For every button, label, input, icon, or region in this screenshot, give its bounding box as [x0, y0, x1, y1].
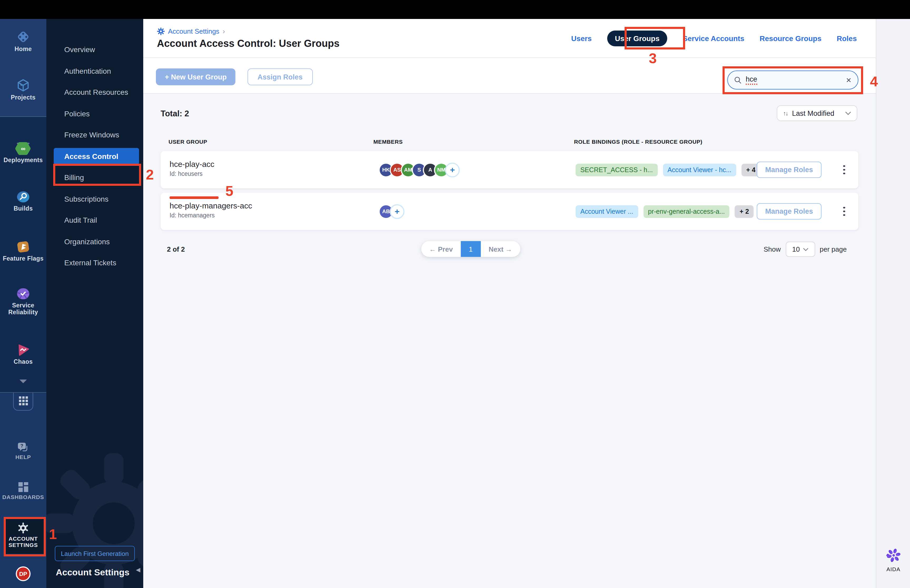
settings-menu-item-external-tickets[interactable]: External Tickets [46, 252, 143, 273]
new-user-group-button[interactable]: + New User Group [156, 68, 236, 85]
breadcrumb-separator: › [223, 27, 225, 35]
user-avatar[interactable]: DP [16, 566, 31, 581]
settings-menu-item-policies[interactable]: Policies [46, 103, 143, 124]
manage-roles-button[interactable]: Manage Roles [757, 203, 821, 220]
column-header-members: MEMBERS [373, 139, 403, 145]
row-menu-icon[interactable] [839, 151, 849, 189]
user-group-row-hce-play-managers-acc[interactable]: hce-play-managers-accId: hcemanagersAB+A… [161, 193, 858, 230]
manage-roles-button[interactable]: Manage Roles [757, 162, 821, 178]
aida-icon[interactable] [886, 548, 901, 563]
per-page-label: per page [819, 245, 847, 253]
members-cell: HKASAMSANM+ [379, 151, 460, 189]
page-size-dropdown[interactable]: 10 [786, 242, 815, 257]
sidebar-item-label: Chaos [0, 359, 46, 365]
role-binding-chip[interactable]: Account Viewer ... [575, 205, 638, 218]
settings-sidebar: OverviewAuthenticationAccount ResourcesP… [46, 19, 143, 588]
settings-menu-item-overview[interactable]: Overview [46, 39, 143, 60]
sidebar-item-label: Builds [0, 205, 46, 212]
settings-menu-item-label: Authentication [64, 67, 111, 75]
settings-menu-item-subscriptions[interactable]: Subscriptions [46, 188, 143, 210]
settings-menu-item-label: External Tickets [64, 259, 116, 267]
sidebar-item-chaos[interactable]: Chaos [0, 343, 46, 365]
module-collapse-chevron[interactable] [0, 379, 46, 384]
current-page-button[interactable]: 1 [461, 241, 481, 257]
next-page-button[interactable]: Next → [481, 241, 520, 257]
sidebar-item-projects[interactable]: Projects [0, 78, 46, 100]
annotation-underline-5 [170, 196, 218, 199]
breadcrumb-label[interactable]: Account Settings [168, 27, 219, 35]
tab-users[interactable]: Users [571, 34, 592, 43]
aida-label: AIDA [876, 566, 910, 572]
sort-dropdown[interactable]: ↑↓ Last Modified [777, 105, 857, 121]
sidebar-item-home[interactable]: Home [0, 29, 46, 52]
breadcrumb[interactable]: Account Settings › [157, 27, 225, 35]
app-launcher-dock[interactable] [13, 393, 33, 410]
collapse-sidebar-icon[interactable]: ◀ [136, 566, 141, 573]
annotation-box-2 [53, 164, 141, 186]
builds-icon [16, 189, 31, 204]
row-menu-icon[interactable] [839, 193, 849, 230]
settings-sidebar-title: Account Settings [56, 567, 129, 578]
role-binding-chip[interactable]: SECRET_ACCESS - h... [575, 163, 658, 176]
sidebar-item-help[interactable]: ? HELP [0, 442, 46, 460]
role-binding-chip[interactable]: Account Viewer - hc... [663, 163, 736, 176]
feature-flags-icon [16, 239, 31, 254]
help-icon: ? [17, 442, 29, 453]
settings-menu-item-label: Audit Trail [64, 216, 97, 225]
settings-menu-item-authentication[interactable]: Authentication [46, 60, 143, 82]
svg-text:∞: ∞ [21, 145, 25, 152]
settings-menu-item-account-resources[interactable]: Account Resources [46, 82, 143, 103]
total-count: Total: 2 [161, 109, 189, 118]
user-group-name[interactable]: hce-play-acc [170, 160, 214, 168]
svg-text:?: ? [21, 443, 23, 449]
prev-page-button[interactable]: ← Prev [421, 241, 461, 257]
sidebar-item-label: Feature Flags [0, 255, 46, 262]
dashboards-icon [18, 482, 28, 492]
page-size-control: Show 10 per page [764, 242, 847, 257]
right-panel: AIDA [876, 19, 910, 588]
sidebar-item-label: Deployments [0, 157, 46, 163]
annotation-number-5: 5 [225, 183, 233, 200]
sidebar-item-dashboards[interactable]: DASHBOARDS [0, 482, 46, 500]
settings-menu-item-audit-trail[interactable]: Audit Trail [46, 210, 143, 231]
chaos-icon [15, 343, 31, 357]
sidebar-item-label: Projects [0, 94, 46, 100]
user-group-row-hce-play-acc[interactable]: hce-play-accId: hceusersHKASAMSANM+SECRE… [161, 151, 858, 189]
user-group-name[interactable]: hce-play-managers-acc [170, 201, 252, 210]
role-binding-chip[interactable]: + 2 [735, 205, 753, 218]
projects-icon [16, 78, 31, 93]
sidebar-item-feature-flags[interactable]: Feature Flags [0, 239, 46, 262]
role-bindings-cell: Account Viewer ...pr-env-general-access-… [575, 193, 753, 230]
sidebar-item-builds[interactable]: Builds [0, 189, 46, 212]
sidebar-item-service-reliability[interactable]: Service Reliability [0, 286, 46, 316]
column-header-user-group: USER GROUP [168, 139, 207, 145]
chevron-down-icon [19, 379, 27, 384]
sort-value: Last Modified [792, 109, 834, 117]
tab-service-accounts[interactable]: Service Accounts [683, 34, 744, 43]
user-group-id: Id: hcemanagers [170, 212, 215, 218]
assign-roles-button[interactable]: Assign Roles [247, 68, 312, 85]
sidebar-item-label: Home [0, 46, 46, 52]
pagination-range: 2 of 2 [167, 245, 185, 253]
module-sidebar: Home Projects ∞ Deployments [0, 19, 46, 588]
header-divider [143, 57, 876, 58]
tab-resource-groups[interactable]: Resource Groups [760, 34, 821, 43]
settings-menu-item-label: Access Control [64, 152, 118, 161]
add-member-button[interactable]: + [390, 204, 404, 219]
column-header-role-bindings: ROLE BINDINGS (ROLE - RESOURCE GROUP) [574, 139, 703, 145]
annotation-number-3: 3 [649, 50, 657, 67]
tab-roles[interactable]: Roles [837, 34, 857, 43]
launch-first-generation-button[interactable]: Launch First Generation [55, 546, 135, 561]
add-member-button[interactable]: + [445, 162, 460, 177]
settings-menu-item-organizations[interactable]: Organizations [46, 231, 143, 252]
chevron-down-icon [803, 248, 808, 251]
settings-menu-item-label: Organizations [64, 237, 110, 246]
settings-menu: OverviewAuthenticationAccount ResourcesP… [46, 39, 143, 273]
annotation-number-1: 1 [49, 527, 57, 543]
sidebar-item-deployments[interactable]: ∞ Deployments [0, 141, 46, 163]
settings-menu-item-freeze-windows[interactable]: Freeze Windows [46, 124, 143, 145]
sidebar-item-label: HELP [0, 454, 46, 460]
role-binding-chip[interactable]: pr-env-general-access-a... [643, 205, 730, 218]
annotation-number-4: 4 [870, 74, 878, 90]
tab-bar: UsersUser GroupsService AccountsResource… [571, 31, 857, 46]
